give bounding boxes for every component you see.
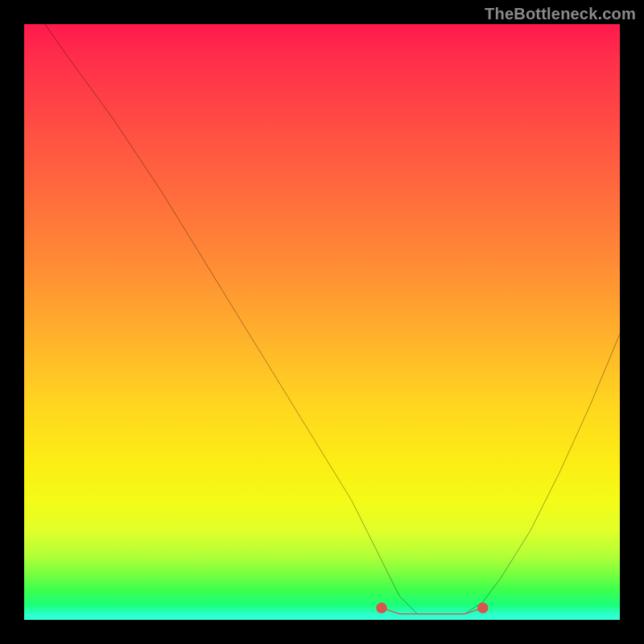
optimal-end-dot xyxy=(477,603,488,613)
optimal-range-overlay xyxy=(382,608,483,613)
chart-frame: TheBottleneck.com xyxy=(0,0,644,644)
optimal-start-dot xyxy=(376,603,386,613)
bottleneck-curve xyxy=(24,24,620,614)
watermark-label: TheBottleneck.com xyxy=(485,5,636,23)
curve-layer xyxy=(24,24,620,620)
plot-area xyxy=(24,24,620,620)
